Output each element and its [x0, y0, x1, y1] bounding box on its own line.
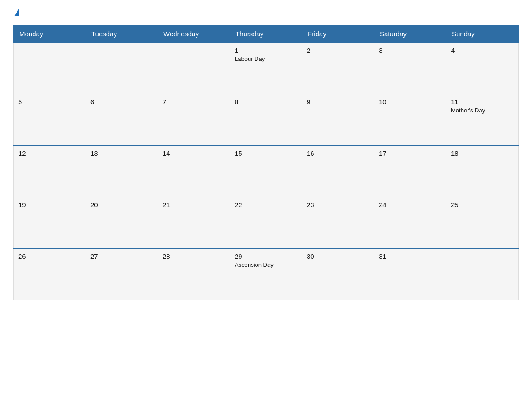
weekday-header-tuesday: Tuesday — [86, 26, 158, 43]
day-number: 3 — [379, 47, 442, 54]
day-number: 10 — [379, 98, 442, 106]
day-number: 19 — [18, 201, 81, 209]
day-number: 27 — [90, 253, 153, 260]
calendar-cell: 1Labour Day — [230, 43, 302, 94]
calendar-cell: 4 — [446, 43, 519, 94]
day-number: 24 — [379, 201, 442, 209]
day-number: 22 — [235, 201, 297, 209]
calendar-cell: 17 — [374, 146, 446, 197]
calendar-header: MondayTuesdayWednesdayThursdayFridaySatu… — [14, 26, 519, 43]
calendar-cell: 13 — [86, 146, 158, 197]
day-number: 12 — [18, 150, 81, 157]
calendar-week-row: 26272829Ascension Day3031 — [14, 248, 519, 300]
weekday-header-wednesday: Wednesday — [158, 26, 230, 43]
day-number: 23 — [307, 201, 369, 209]
calendar-cell — [86, 43, 158, 94]
calendar-cell: 27 — [86, 248, 158, 300]
day-number: 31 — [379, 253, 442, 260]
day-number: 21 — [163, 201, 225, 209]
weekday-header-saturday: Saturday — [374, 26, 446, 43]
page-header — [13, 9, 519, 17]
day-number: 5 — [18, 98, 81, 106]
day-number: 6 — [90, 98, 153, 106]
calendar-cell — [158, 43, 230, 94]
calendar-cell: 8 — [230, 94, 302, 146]
calendar-cell: 25 — [446, 197, 519, 248]
weekday-header-monday: Monday — [14, 26, 86, 43]
day-number: 29 — [235, 253, 297, 260]
calendar-cell: 31 — [374, 248, 446, 300]
calendar-cell: 7 — [158, 94, 230, 146]
calendar-week-row: 12131415161718 — [14, 146, 519, 197]
weekday-header-friday: Friday — [302, 26, 374, 43]
calendar-cell: 26 — [14, 248, 86, 300]
day-number: 9 — [307, 98, 369, 106]
logo-triangle-icon — [14, 9, 19, 16]
weekday-header-sunday: Sunday — [446, 26, 519, 43]
calendar-cell: 12 — [14, 146, 86, 197]
calendar-cell: 16 — [302, 146, 374, 197]
calendar-cell: 24 — [374, 197, 446, 248]
calendar-cell: 6 — [86, 94, 158, 146]
calendar-cell: 29Ascension Day — [230, 248, 302, 300]
calendar-cell: 10 — [374, 94, 446, 146]
calendar-cell: 23 — [302, 197, 374, 248]
day-number: 4 — [451, 47, 514, 54]
calendar-cell: 11Mother's Day — [446, 94, 519, 146]
weekday-header-row: MondayTuesdayWednesdayThursdayFridaySatu… — [14, 26, 519, 43]
calendar-cell: 18 — [446, 146, 519, 197]
day-number: 13 — [90, 150, 153, 157]
calendar-cell — [446, 248, 519, 300]
calendar-cell: 5 — [14, 94, 86, 146]
calendar-cell: 19 — [14, 197, 86, 248]
day-number: 20 — [90, 201, 153, 209]
day-number: 30 — [307, 253, 369, 260]
day-number: 2 — [307, 47, 369, 54]
day-number: 16 — [307, 150, 369, 157]
day-number: 17 — [379, 150, 442, 157]
holiday-name: Mother's Day — [451, 107, 514, 114]
calendar-cell: 2 — [302, 43, 374, 94]
calendar-cell: 28 — [158, 248, 230, 300]
day-number: 25 — [451, 201, 514, 209]
holiday-name: Ascension Day — [235, 261, 297, 268]
day-number: 28 — [163, 253, 225, 260]
calendar-week-row: 1Labour Day234 — [14, 43, 519, 94]
day-number: 15 — [235, 150, 297, 157]
calendar-cell: 3 — [374, 43, 446, 94]
calendar-cell: 22 — [230, 197, 302, 248]
day-number: 1 — [235, 47, 297, 54]
day-number: 18 — [451, 150, 514, 157]
day-number: 11 — [451, 98, 514, 106]
holiday-name: Labour Day — [235, 56, 297, 62]
day-number: 7 — [163, 98, 225, 106]
calendar-cell: 14 — [158, 146, 230, 197]
calendar-cell: 20 — [86, 197, 158, 248]
weekday-header-thursday: Thursday — [230, 26, 302, 43]
day-number: 26 — [18, 253, 81, 260]
calendar-table: MondayTuesdayWednesdayThursdayFridaySatu… — [13, 25, 519, 300]
calendar-cell: 30 — [302, 248, 374, 300]
calendar-cell: 9 — [302, 94, 374, 146]
calendar-week-row: 567891011Mother's Day — [14, 94, 519, 146]
day-number: 8 — [235, 98, 297, 106]
calendar-body: 1Labour Day234567891011Mother's Day12131… — [14, 43, 519, 300]
logo — [13, 9, 19, 17]
calendar-week-row: 19202122232425 — [14, 197, 519, 248]
day-number: 14 — [163, 150, 225, 157]
calendar-cell — [14, 43, 86, 94]
calendar-cell: 15 — [230, 146, 302, 197]
calendar-cell: 21 — [158, 197, 230, 248]
